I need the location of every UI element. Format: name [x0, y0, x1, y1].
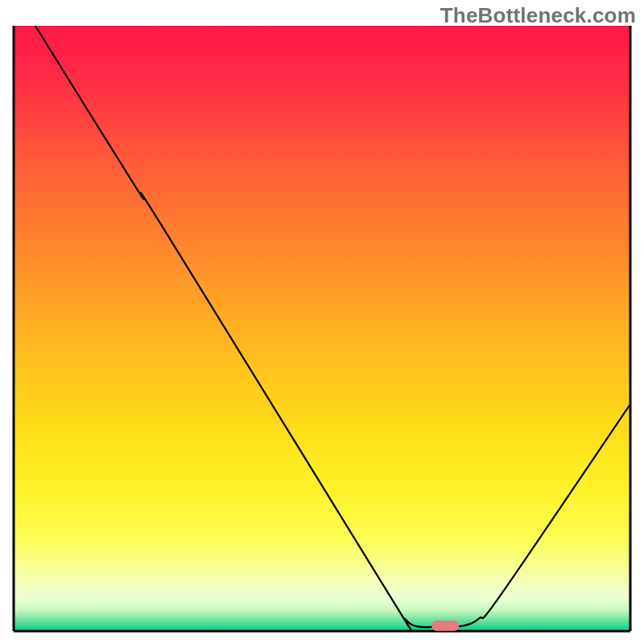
markers-group: [431, 621, 459, 631]
watermark-text: TheBottleneck.com: [440, 3, 636, 28]
target-marker: [431, 621, 459, 631]
bottleneck-chart: TheBottleneck.com: [0, 0, 644, 644]
chart-svg: [0, 0, 644, 644]
